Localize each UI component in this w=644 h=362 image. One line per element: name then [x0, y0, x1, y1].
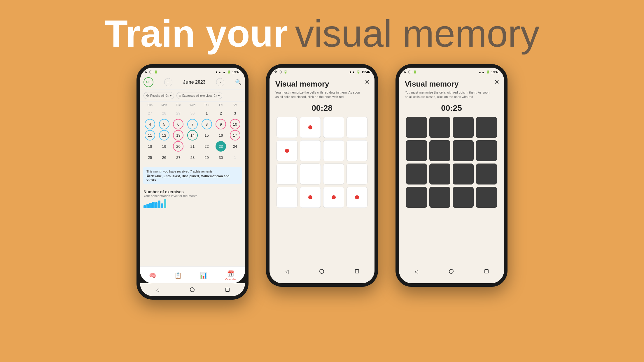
vm-cell[interactable] [346, 164, 368, 184]
cal-day[interactable]: 21 [187, 141, 198, 152]
vm-cell[interactable] [276, 117, 298, 138]
recents-button[interactable] [225, 288, 230, 292]
vm-cell-dark[interactable] [453, 140, 474, 161]
cal-day[interactable]: 4 [145, 119, 155, 129]
vm-cell[interactable] [300, 140, 321, 161]
nav-chart[interactable]: 📊 [200, 272, 207, 279]
vm-cell[interactable] [276, 140, 298, 161]
cal-day[interactable]: 2 [216, 108, 226, 118]
exercises-filter[interactable]: ≡ Exercises All exercises 0× ▾ [176, 92, 222, 99]
home-button[interactable] [190, 287, 195, 292]
vm-cell-dark[interactable] [406, 117, 427, 138]
vm-cell-dark[interactable] [429, 117, 450, 138]
nav-calendar[interactable]: 📅 Calendar [225, 270, 236, 281]
all-badge[interactable]: ALL [144, 77, 153, 87]
prev-month-button[interactable]: ‹ [164, 78, 172, 86]
vm-cell-dark[interactable] [406, 140, 427, 161]
vm-cell[interactable] [346, 187, 368, 208]
nav-list[interactable]: 📋 [174, 272, 182, 279]
cal-day[interactable]: 18 [145, 141, 155, 152]
vm-cell[interactable] [300, 187, 321, 208]
nav-brain[interactable]: 🧠 [149, 272, 156, 279]
cal-day[interactable]: 6 [173, 119, 183, 129]
vm-cell[interactable] [276, 187, 298, 208]
vm-cell-dark[interactable] [476, 140, 497, 161]
home-button-3[interactable] [449, 269, 454, 274]
vm-cell-dark[interactable] [476, 164, 497, 184]
cal-day[interactable]: 23 [216, 141, 226, 152]
vm-cell[interactable] [323, 187, 344, 208]
chart-bar [149, 203, 152, 208]
cal-day[interactable]: 19 [159, 141, 169, 152]
recents-button-2[interactable] [355, 269, 359, 273]
cal-day[interactable]: 30 [216, 152, 226, 163]
vm-cell[interactable] [323, 117, 344, 138]
back-button[interactable]: ◁ [155, 287, 159, 293]
vm-cell-dark[interactable] [476, 187, 497, 208]
cal-day[interactable]: 17 [230, 130, 240, 140]
vm-cell-dark[interactable] [406, 187, 427, 208]
vm-timer-2: 00:25 [405, 103, 498, 113]
vm-cell-dark[interactable] [429, 140, 450, 161]
header-visual: visual memory [295, 12, 539, 55]
back-button-3[interactable]: ◁ [414, 269, 418, 274]
cal-day[interactable]: 14 [187, 130, 198, 140]
calendar-label: Calendar [225, 278, 236, 281]
vm-cell-dark[interactable] [429, 187, 450, 208]
cal-day[interactable]: 27 [173, 152, 183, 163]
cal-day[interactable]: 10 [230, 119, 240, 129]
vm-cell-dark[interactable] [429, 164, 450, 184]
cal-day[interactable]: 1 [230, 152, 240, 163]
red-dot [308, 125, 312, 129]
cal-day[interactable]: 16 [216, 130, 226, 140]
exercises-subtitle: Your concentration level for the month [144, 194, 242, 198]
cal-day[interactable]: 11 [145, 130, 155, 140]
recents-button-3[interactable] [484, 269, 489, 273]
vm-cell-dark[interactable] [453, 117, 474, 138]
vm-cell[interactable] [323, 140, 344, 161]
cal-day[interactable]: 28 [159, 108, 169, 118]
cal-day[interactable]: 29 [173, 108, 183, 118]
cal-day[interactable]: 30 [187, 108, 198, 118]
cal-day[interactable]: 25 [145, 152, 155, 163]
search-icon[interactable]: 🔍 [235, 79, 242, 85]
cal-day[interactable]: 13 [173, 130, 183, 140]
weekday-wed: Wed [186, 103, 200, 107]
cal-day[interactable]: 12 [159, 130, 169, 140]
cal-day[interactable]: 29 [202, 152, 212, 163]
cal-day[interactable]: 28 [187, 152, 198, 163]
vm-cell[interactable] [346, 140, 368, 161]
chart-bar [161, 203, 163, 208]
chart-bar [152, 202, 155, 208]
brain-icon: 🧠 [149, 272, 156, 279]
cal-day[interactable]: 8 [202, 119, 212, 129]
chart-bar [155, 202, 158, 208]
vm-cell[interactable] [276, 164, 298, 184]
close-button-2[interactable]: ✕ [494, 78, 499, 86]
cal-day[interactable]: 22 [202, 141, 212, 152]
cal-day[interactable]: 3 [230, 108, 240, 118]
cal-day[interactable]: 20 [173, 141, 183, 152]
vm-cell-dark[interactable] [453, 164, 474, 184]
vm-cell[interactable] [346, 117, 368, 138]
cal-day[interactable]: 1 [202, 108, 212, 118]
cal-day[interactable]: 24 [230, 141, 240, 152]
vm-cell[interactable] [300, 117, 321, 138]
home-button-2[interactable] [319, 269, 324, 274]
cal-day[interactable]: 26 [159, 152, 169, 163]
vm-cell-dark[interactable] [406, 164, 427, 184]
cal-day[interactable]: 15 [202, 130, 212, 140]
back-button-2[interactable]: ◁ [285, 269, 288, 274]
vm-cell[interactable] [323, 164, 344, 184]
results-filter[interactable]: ⊙ Results All 0× ▾ [144, 92, 174, 99]
cal-day[interactable]: 5 [159, 119, 169, 129]
vm-cell-dark[interactable] [476, 117, 497, 138]
cal-day[interactable]: 7 [187, 119, 198, 129]
cal-day[interactable]: 27 [145, 108, 155, 118]
vm-cell[interactable] [300, 164, 321, 184]
close-button-1[interactable]: ✕ [365, 78, 370, 86]
system-nav-1: ◁ [140, 283, 245, 296]
vm-cell-dark[interactable] [453, 187, 474, 208]
next-month-button[interactable]: › [216, 78, 224, 86]
cal-day[interactable]: 9 [216, 119, 226, 129]
